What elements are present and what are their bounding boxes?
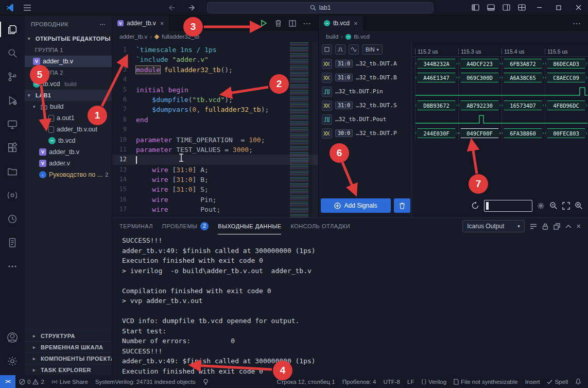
wave-row[interactable]: D8B93672AB792230165734D74F8D96DC — [412, 98, 588, 112]
wave-value[interactable]: A4DCF223 — [459, 59, 500, 69]
command-center-search[interactable]: lab1 — [207, 2, 434, 13]
signal-row[interactable]: …32_tb.DUT.Pout — [319, 112, 411, 126]
code-line[interactable]: 5initial begin — [112, 85, 318, 95]
wave-value[interactable]: 049CF00F — [459, 128, 500, 138]
timestamp-input[interactable] — [484, 200, 532, 212]
sidebar-more-icon[interactable]: ⋯ — [100, 21, 106, 28]
close-window-icon[interactable] — [568, 0, 588, 15]
indexing-icon[interactable] — [199, 375, 212, 388]
menu-icon[interactable] — [20, 0, 35, 15]
code-line[interactable]: 9 — [112, 125, 318, 134]
word-wrap-icon[interactable] — [530, 224, 537, 229]
split-editor-icon[interactable] — [286, 17, 299, 29]
project-manager-icon[interactable] — [0, 160, 25, 183]
code-line[interactable]: 12 — [112, 155, 318, 164]
close-tab-icon[interactable]: × — [354, 20, 358, 27]
wave-value[interactable]: 6FB3A872 — [502, 59, 544, 69]
code-line[interactable]: 7 $dumpvars(0, fulladder32_tb); — [112, 105, 318, 114]
code-line[interactable]: 13 wire [31:0] A; — [112, 165, 318, 175]
marker-icon[interactable] — [322, 44, 332, 55]
explorer-icon[interactable] — [0, 18, 25, 41]
synthesizable-status[interactable]: File not synthesizable — [450, 379, 522, 385]
customize-layout-icon[interactable] — [514, 0, 529, 15]
tree-file-aout1[interactable]: a.out1 — [25, 112, 112, 124]
tree-file-adder-tb[interactable]: adder_tb.v — [25, 146, 112, 158]
close-tab-icon[interactable]: × — [160, 20, 164, 27]
signal-row[interactable]: 31:0…32_tb.DUT.B — [319, 71, 411, 85]
toggle-sidebar-icon[interactable] — [468, 0, 483, 15]
search-nav-icon[interactable] — [0, 41, 25, 65]
signal-row[interactable]: 31:0…32_tb.DUT.S — [319, 98, 411, 112]
wave-value[interactable]: 344B232A — [416, 59, 457, 69]
code-line[interactable]: 8end — [112, 115, 318, 125]
code-line[interactable]: 17 wire Pout; — [112, 205, 318, 214]
tab-terminal[interactable]: ТЕРМИНАЛ — [119, 218, 153, 234]
more-views-icon[interactable] — [0, 255, 25, 278]
code-line[interactable]: 2`include "adder.v" — [112, 55, 318, 64]
breadcrumb[interactable]: adder_tb.v› fulladder32_tb — [112, 31, 318, 42]
tree-folder-build[interactable]: ▾build — [25, 101, 112, 112]
run-button[interactable] — [257, 17, 270, 29]
code-line[interactable]: 4 — [112, 75, 318, 85]
wave-value[interactable]: AB792230 — [459, 100, 500, 110]
toggle-panel-icon[interactable] — [483, 0, 498, 15]
close-panel-icon[interactable]: × — [577, 222, 581, 230]
workspace-header[interactable]: ▾LAB1 — [25, 90, 112, 101]
code-line[interactable]: 15 wire [31:0] S; — [112, 184, 318, 194]
tree-file-adder[interactable]: adder.v — [25, 158, 112, 169]
section-timeline[interactable]: ▸ВРЕМЕННАЯ ШКАЛА — [25, 341, 112, 352]
tab-adder-tb[interactable]: adder_tb.v × — [112, 15, 169, 31]
code-line[interactable]: 11parameter TEST_VALUES = 3000; — [112, 145, 318, 155]
live-share-status[interactable]: Live Share — [48, 375, 92, 388]
square-wave-icon[interactable] — [335, 44, 345, 55]
remote-explorer-icon[interactable] — [0, 112, 25, 136]
tab-output[interactable]: ВЫХОДНЫЕ ДАННЫЕ — [218, 218, 281, 234]
back-icon[interactable] — [164, 0, 179, 15]
signal-row[interactable]: 30:0…32_tb.DUT.P — [319, 126, 411, 140]
wave-value[interactable]: 4F8D96DC — [545, 100, 587, 110]
wave-value[interactable]: 244E030F — [416, 128, 457, 138]
minimap[interactable] — [288, 42, 312, 217]
maximize-icon[interactable] — [549, 0, 568, 15]
tree-file-manual[interactable]: Руководство по ...2 — [25, 169, 112, 180]
wave-value[interactable]: A6A38C65 — [502, 73, 544, 82]
signal-row[interactable]: 31:0…32_tb.DUT.A — [319, 57, 411, 71]
code-editor[interactable]: 1`timescale 1ns / 1ps2`include "adder.v"… — [112, 42, 318, 217]
encoding[interactable]: UTF-8 — [379, 379, 404, 385]
zoom-fit-icon[interactable] — [562, 202, 570, 210]
open-log-icon[interactable] — [554, 223, 560, 230]
open-editor-item[interactable]: adder_tb.v — [25, 56, 112, 67]
wave-value[interactable]: D8B93672 — [416, 100, 457, 110]
wave-value[interactable]: C8AECC09 — [545, 73, 587, 82]
section-structure[interactable]: ▸СТРУКТУРА — [25, 330, 112, 341]
run-debug-icon[interactable] — [0, 89, 25, 112]
scrollbar[interactable] — [312, 42, 318, 217]
forward-icon[interactable] — [184, 0, 200, 15]
code-line[interactable]: 1`timescale 1ns / 1ps — [112, 45, 318, 55]
wave-row[interactable]: A46E1347069C300DA6A38C65C8AECC09 — [412, 71, 588, 85]
waveform-area[interactable]: 115.2 us 115.3 us 115.4 us 115.5 us 344B… — [412, 42, 588, 217]
output-console[interactable]: SUCCESS!!!adder_tb.v:49: $finish called … — [112, 234, 588, 375]
wave-row[interactable] — [412, 112, 588, 126]
code-line[interactable]: 6 $dumpfile("tb.vcd"); — [112, 95, 318, 105]
zoom-in-icon[interactable] — [575, 201, 583, 210]
open-editor-item[interactable]: tb.vcdbuild — [25, 78, 112, 90]
wave-value[interactable]: 069C300D — [459, 73, 500, 82]
lock-icon[interactable] — [542, 223, 548, 230]
indentation[interactable]: Пробелов: 4 — [339, 379, 380, 385]
history-icon[interactable] — [0, 207, 25, 231]
wave-value[interactable]: 165734D7 — [502, 100, 544, 110]
wave-row[interactable]: 344B232AA4DCF2236FB3A87286DECAD3 — [412, 57, 588, 71]
refresh-icon[interactable] — [471, 201, 479, 210]
insert-mode[interactable]: Insert — [522, 379, 544, 385]
language-mode[interactable]: { }Verilog — [418, 379, 450, 385]
tab-tbvcd[interactable]: tb.vcd × — [319, 15, 364, 31]
extensions-icon[interactable] — [0, 136, 25, 160]
source-control-icon[interactable] — [0, 65, 25, 89]
maximize-panel-icon[interactable] — [565, 224, 572, 228]
code-line[interactable]: 3module fulladder32_tb(); — [112, 65, 318, 75]
settings-gear-icon[interactable] — [0, 349, 25, 373]
wave-value[interactable]: 6FA38860 — [502, 128, 544, 138]
wave-settings-gear-icon[interactable] — [537, 202, 545, 210]
code-line[interactable]: 10parameter TIME_OPERATION = 100; — [112, 135, 318, 145]
